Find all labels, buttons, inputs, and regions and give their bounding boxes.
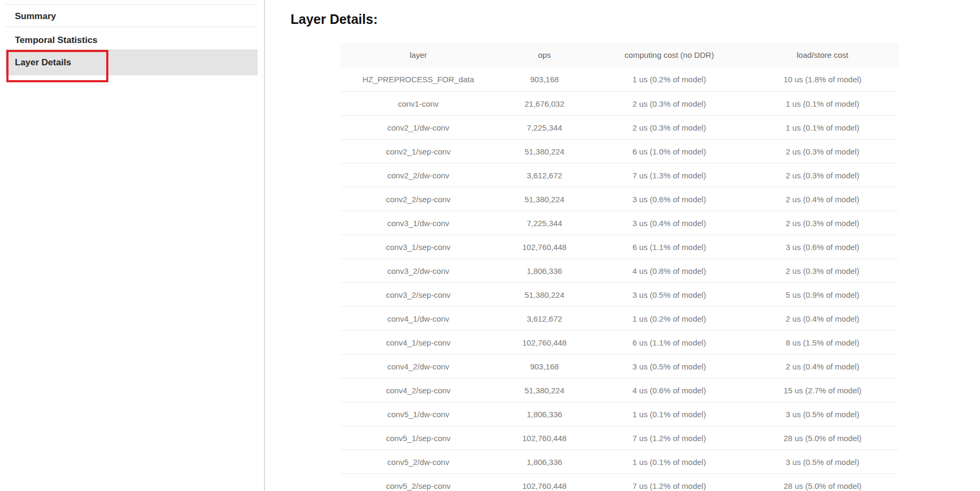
cell-computing-cost: 3 us (0.6% of model) (592, 195, 746, 204)
cell-loadstore-cost: 5 us (0.9% of model) (746, 290, 899, 299)
table-row: conv2_1/sep-conv 51,380,224 6 us (1.0% o… (340, 139, 899, 163)
cell-loadstore-cost: 3 us (0.6% of model) (746, 243, 899, 252)
cell-loadstore-cost: 2 us (0.4% of model) (746, 314, 899, 323)
cell-loadstore-cost: 10 us (1.8% of model) (746, 75, 899, 84)
cell-computing-cost: 7 us (1.2% of model) (592, 434, 746, 443)
cell-layer: conv3_2/dw-conv (340, 266, 497, 275)
cell-layer: conv1-conv (340, 99, 497, 108)
column-header-layer: layer (340, 43, 497, 67)
table-row: conv3_1/dw-conv 7,225,344 3 us (0.4% of … (340, 211, 899, 235)
table-header-row: layer ops computing cost (no DDR) load/s… (340, 43, 899, 67)
cell-computing-cost: 6 us (1.0% of model) (592, 147, 746, 156)
layer-details-table: layer ops computing cost (no DDR) load/s… (340, 43, 899, 491)
cell-loadstore-cost: 15 us (2.7% of model) (746, 386, 899, 395)
cell-layer: conv3_1/sep-conv (340, 243, 497, 252)
cell-ops: 51,380,224 (497, 386, 592, 395)
cell-computing-cost: 7 us (1.2% of model) (592, 481, 746, 490)
app-window: Summary Temporal Statistics Layer Detail… (0, 0, 980, 491)
cell-ops: 903,168 (497, 75, 592, 84)
cell-loadstore-cost: 8 us (1.5% of model) (746, 338, 899, 347)
cell-layer: conv2_2/dw-conv (340, 171, 497, 180)
cell-loadstore-cost: 2 us (0.3% of model) (746, 171, 899, 180)
table-row: conv4_1/dw-conv 3,612,672 1 us (0.2% of … (340, 306, 899, 330)
cell-ops: 3,612,672 (497, 171, 592, 180)
cell-layer: conv4_2/sep-conv (340, 386, 497, 395)
table-row: HZ_PREPROCESS_FOR_data 903,168 1 us (0.2… (340, 67, 899, 91)
table-row: conv2_2/dw-conv 3,612,672 7 us (1.3% of … (340, 163, 899, 187)
cell-loadstore-cost: 2 us (0.3% of model) (746, 219, 899, 228)
cell-ops: 1,806,336 (497, 410, 592, 419)
sidebar: Summary Temporal Statistics Layer Detail… (0, 0, 264, 491)
cell-computing-cost: 6 us (1.1% of model) (592, 338, 746, 347)
cell-computing-cost: 7 us (1.3% of model) (592, 171, 746, 180)
cell-layer: conv5_1/dw-conv (340, 410, 497, 419)
cell-ops: 102,760,448 (497, 481, 592, 490)
panel-separator (264, 0, 265, 491)
table-row: conv4_2/dw-conv 903,168 3 us (0.5% of mo… (340, 354, 899, 378)
table-row: conv4_1/sep-conv 102,760,448 6 us (1.1% … (340, 330, 899, 354)
sidebar-item-layer-details[interactable]: Layer Details (5, 49, 258, 75)
table-row: conv2_2/sep-conv 51,380,224 3 us (0.6% o… (340, 187, 899, 211)
cell-loadstore-cost: 1 us (0.1% of model) (746, 99, 899, 108)
cell-computing-cost: 3 us (0.5% of model) (592, 290, 746, 299)
cell-layer: conv5_2/sep-conv (340, 481, 497, 490)
cell-ops: 102,760,448 (497, 243, 592, 252)
cell-loadstore-cost: 2 us (0.4% of model) (746, 362, 899, 371)
table-row: conv5_2/sep-conv 102,760,448 7 us (1.2% … (340, 473, 899, 491)
sidebar-item-summary[interactable]: Summary (15, 11, 56, 22)
cell-ops: 3,612,672 (497, 314, 592, 323)
cell-layer: conv4_2/dw-conv (340, 362, 497, 371)
cell-loadstore-cost: 2 us (0.4% of model) (746, 195, 899, 204)
cell-loadstore-cost: 28 us (5.0% of model) (746, 481, 899, 490)
cell-ops: 51,380,224 (497, 290, 592, 299)
cell-layer: conv3_2/sep-conv (340, 290, 497, 299)
cell-computing-cost: 2 us (0.3% of model) (592, 123, 746, 132)
table-body: HZ_PREPROCESS_FOR_data 903,168 1 us (0.2… (340, 67, 899, 491)
table-row: conv5_2/dw-conv 1,806,336 1 us (0.1% of … (340, 450, 899, 473)
column-header-ops: ops (497, 43, 592, 67)
table-row: conv4_2/sep-conv 51,380,224 4 us (0.6% o… (340, 378, 899, 402)
table-row: conv3_1/sep-conv 102,760,448 6 us (1.1% … (340, 235, 899, 259)
cell-ops: 7,225,344 (497, 219, 592, 228)
cell-ops: 51,380,224 (497, 195, 592, 204)
cell-layer: conv3_1/dw-conv (340, 219, 497, 228)
cell-layer: conv5_1/sep-conv (340, 434, 497, 443)
cell-layer: conv4_1/sep-conv (340, 338, 497, 347)
table-row: conv1-conv 21,676,032 2 us (0.3% of mode… (340, 91, 899, 115)
cell-ops: 102,760,448 (497, 338, 592, 347)
cell-computing-cost: 1 us (0.2% of model) (592, 75, 746, 84)
cell-layer: conv2_1/sep-conv (340, 147, 497, 156)
cell-ops: 21,676,032 (497, 99, 592, 108)
cell-computing-cost: 4 us (0.8% of model) (592, 266, 746, 275)
cell-computing-cost: 3 us (0.5% of model) (592, 362, 746, 371)
sidebar-item-layer-details-label: Layer Details (15, 49, 71, 75)
sidebar-divider (4, 27, 258, 27)
cell-ops: 1,806,336 (497, 266, 592, 275)
table-row: conv5_1/sep-conv 102,760,448 7 us (1.2% … (340, 426, 899, 450)
cell-ops: 7,225,344 (497, 123, 592, 132)
cell-layer: conv2_2/sep-conv (340, 195, 497, 204)
cell-layer: conv5_2/dw-conv (340, 458, 497, 467)
cell-computing-cost: 2 us (0.3% of model) (592, 99, 746, 108)
cell-loadstore-cost: 3 us (0.5% of model) (746, 458, 899, 467)
cell-layer: HZ_PREPROCESS_FOR_data (340, 75, 497, 84)
cell-loadstore-cost: 2 us (0.3% of model) (746, 266, 899, 275)
cell-computing-cost: 1 us (0.2% of model) (592, 314, 746, 323)
cell-loadstore-cost: 3 us (0.5% of model) (746, 410, 899, 419)
table-row: conv2_1/dw-conv 7,225,344 2 us (0.3% of … (340, 115, 899, 139)
cell-loadstore-cost: 2 us (0.3% of model) (746, 147, 899, 156)
sidebar-divider-top (4, 4, 258, 5)
table-row: conv3_2/sep-conv 51,380,224 3 us (0.5% o… (340, 282, 899, 306)
cell-computing-cost: 4 us (0.6% of model) (592, 386, 746, 395)
table-row: conv3_2/dw-conv 1,806,336 4 us (0.8% of … (340, 259, 899, 282)
cell-computing-cost: 1 us (0.1% of model) (592, 410, 746, 419)
cell-ops: 1,806,336 (497, 458, 592, 467)
column-header-loadstore-cost: load/store cost (746, 43, 899, 67)
sidebar-item-temporal-statistics[interactable]: Temporal Statistics (15, 35, 98, 46)
cell-ops: 51,380,224 (497, 147, 592, 156)
cell-layer: conv4_1/dw-conv (340, 314, 497, 323)
cell-computing-cost: 1 us (0.1% of model) (592, 458, 746, 467)
table-row: conv5_1/dw-conv 1,806,336 1 us (0.1% of … (340, 402, 899, 426)
cell-computing-cost: 3 us (0.4% of model) (592, 219, 746, 228)
cell-loadstore-cost: 28 us (5.0% of model) (746, 434, 899, 443)
